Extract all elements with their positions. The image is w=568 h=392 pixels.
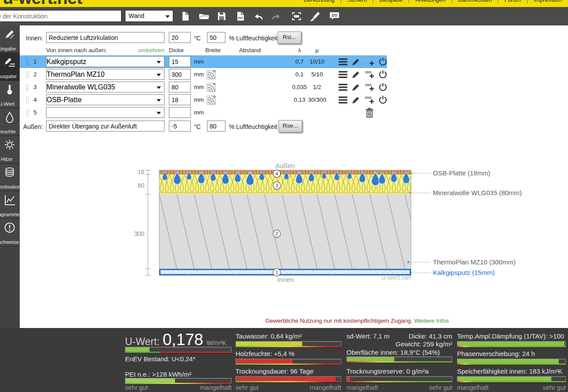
layer-row-3[interactable]: 3 Mineralwolle WLG035 mm 0,035 1/2 (20, 81, 387, 93)
subdivide-layer-icon[interactable] (207, 69, 217, 79)
drag-handle-icon[interactable] (25, 109, 29, 116)
innen-temp-input[interactable] (169, 32, 191, 43)
menu-item-anleitungen[interactable]: Anleitungen (409, 0, 452, 4)
sidebar-item-diagramme[interactable]: Diagramme (0, 191, 20, 219)
menu-item-berechnung[interactable]: Berechnung (298, 0, 341, 4)
callout-osb-label[interactable]: OSB-Platte (18mm) (433, 169, 490, 177)
layer-menu-icon[interactable] (338, 96, 348, 104)
innen-humidity-input[interactable] (207, 32, 225, 43)
menu-item-sichern[interactable]: Sichern (341, 0, 373, 4)
new-document-icon[interactable] (179, 11, 191, 22)
toggle-layer-icon[interactable] (378, 57, 388, 66)
material-select[interactable]: ThermoPlan MZ10 (46, 69, 164, 80)
sidebar-item-amortisation[interactable]: Amortisation (0, 164, 20, 191)
thermoplan-pattern (159, 194, 411, 269)
drag-handle-icon[interactable] (25, 96, 29, 103)
reverse-link[interactable]: umkehren (121, 47, 164, 53)
notice-link[interactable]: Weitere Infos (414, 317, 449, 324)
chevron-down-icon (157, 86, 161, 89)
menu-item-daemmkosten[interactable]: Dämmkosten (452, 0, 498, 4)
drag-handle-icon[interactable] (25, 58, 29, 65)
rsi-button[interactable]: Rsi... (278, 32, 301, 44)
uwert-unit: W/m²K (206, 339, 226, 346)
thickness-input[interactable] (169, 69, 191, 80)
undo-icon[interactable] (253, 11, 264, 22)
thickness-input[interactable] (169, 82, 191, 93)
menu-item-forum[interactable]: Forum (498, 0, 527, 4)
gauge-tauwasser (236, 341, 341, 347)
insert-layer-icon[interactable] (364, 83, 375, 92)
edit-pencil-icon[interactable] (351, 70, 361, 79)
construction-name-input[interactable] (0, 10, 121, 22)
sidebar-item-u-wert[interactable]: U-Wert (0, 81, 20, 108)
toggle-layer-icon[interactable] (378, 70, 388, 79)
callout-mineralwolle-label[interactable]: Mineralwolle WLG035 (80mm) (433, 189, 522, 196)
gauge-speicher (457, 376, 566, 382)
sidebar-item-ausgabe[interactable]: Ausgabe (0, 53, 20, 81)
delete-layer-icon[interactable] (364, 107, 375, 118)
mm-label: mm (194, 68, 204, 81)
construction-type-select[interactable]: Wand (125, 10, 173, 22)
subdivide-layer-icon[interactable] (207, 95, 217, 105)
open-folder-icon[interactable] (198, 11, 210, 22)
layer-menu-icon[interactable] (338, 58, 348, 66)
edit-pencil-icon[interactable] (351, 96, 361, 104)
layer-row-4[interactable]: 4 OSB-Platte mm 0,13 30/300 (20, 93, 387, 106)
toolbar: Wand PDF (0, 7, 568, 25)
toggle-layer-icon[interactable] (378, 95, 388, 104)
edit-pencil-icon[interactable] (351, 57, 361, 66)
callout-kalkgipsputz-label[interactable]: Kalkgipsputz (15mm) (433, 269, 495, 276)
thickness-input[interactable] (169, 56, 191, 67)
thickness-input[interactable] (169, 94, 191, 105)
layer-row-5[interactable]: 5 mm (20, 106, 387, 119)
comment-icon[interactable] (328, 11, 340, 22)
material-select[interactable]: Mineralwolle WLG035 (46, 82, 164, 93)
callout-thermoplan-label[interactable]: ThermoPlan MZ10 (300mm) (433, 258, 515, 266)
humidity-unit-label: % Luftfeuchtigkeit (229, 123, 278, 130)
layer-kalkgipsputz-graphic[interactable] (160, 270, 411, 275)
scale-labels: sehr gut mangelhaft (125, 384, 232, 391)
rse-button[interactable]: Rse... (279, 120, 302, 132)
aussen-medium-input[interactable] (46, 121, 164, 132)
material-select[interactable]: Kalkgipsputz (46, 56, 164, 67)
toggle-layer-icon[interactable] (378, 82, 388, 92)
app-logo[interactable]: u-wert.net (3, 0, 82, 7)
paint-brush-icon[interactable] (309, 11, 322, 22)
sidebar-item-feuchte[interactable]: Feuchte (0, 108, 20, 136)
innen-medium-input[interactable] (46, 32, 164, 43)
fullscreen-icon[interactable] (290, 11, 303, 22)
callout-dot (409, 192, 411, 194)
pdf-export-icon[interactable]: PDF (235, 11, 246, 22)
aussen-temp-input[interactable] (169, 121, 191, 132)
drag-handle-icon[interactable] (25, 71, 29, 78)
drop-icon (3, 110, 16, 124)
tav-text: Temp.Ampl.Dämpfung (1/TAV): >100 (457, 332, 564, 340)
layer-row-2[interactable]: 2 ThermoPlan MZ10 mm 0,1 5/10 (20, 68, 387, 81)
sidebar-item-hitze[interactable]: Hitze (0, 136, 20, 164)
enev-text: EnEV Bestand: U<0.24* (125, 355, 196, 363)
dimension-scale (145, 170, 151, 275)
redo-icon[interactable] (270, 11, 282, 22)
subdivide-layer-icon[interactable] (207, 82, 217, 92)
layer-menu-icon[interactable] (338, 83, 348, 91)
layer-row-1[interactable]: 1 Kalkgipsputz mm 0,7 10/10 (20, 55, 387, 68)
insert-layer-icon[interactable] (364, 96, 375, 104)
sidebar-item-nachweise[interactable]: Nachweise (0, 219, 20, 246)
gauge-scale (236, 363, 341, 365)
sidebar-item-eingabe[interactable]: Eingabe (0, 25, 20, 53)
material-select[interactable]: OSB-Platte (46, 94, 164, 105)
gauge-fill (457, 342, 564, 346)
drag-handle-icon[interactable] (25, 84, 29, 91)
layer-menu-icon[interactable] (338, 71, 348, 78)
thickness-input[interactable] (169, 107, 191, 118)
save-icon[interactable] (216, 11, 227, 22)
insert-layer-icon[interactable] (364, 57, 375, 66)
aussen-humidity-input[interactable] (207, 121, 225, 132)
edit-pencil-icon[interactable] (351, 83, 361, 92)
material-select[interactable] (46, 107, 164, 118)
info-icon (3, 221, 16, 234)
menu-item-impressum[interactable]: Impressum (527, 0, 568, 4)
insert-layer-icon[interactable] (364, 70, 375, 79)
menu-item-beispiele[interactable]: Beispiele (373, 0, 409, 4)
trocknungsreserve-text: Trocknungsreserve: 0 g/m²a (347, 367, 429, 375)
